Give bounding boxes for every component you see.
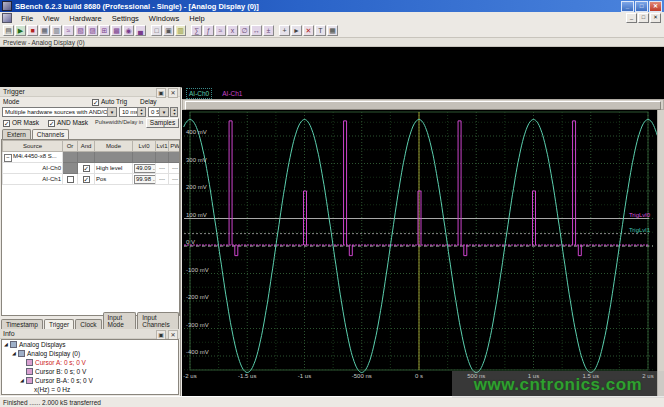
toolbar-button-zoom-window[interactable]: □ — [151, 25, 162, 36]
toolbar-button-pointer-tool[interactable]: ► — [291, 25, 302, 36]
collapse-icon[interactable]: − — [4, 154, 12, 162]
delay-select[interactable]: 0 S▼ — [148, 107, 169, 117]
toolbar-button-card-monitor[interactable]: ▥ — [51, 25, 62, 36]
toolbar-button-transfer-function[interactable]: ↔ — [251, 25, 262, 36]
and-cell[interactable]: ✓ — [78, 163, 95, 174]
table-row-ai-ch1[interactable]: AI-Ch1✓Pos99.98 ...------ — [3, 174, 181, 185]
or-mask-checkbox[interactable]: ✓OR Mask — [3, 119, 39, 127]
toolbar-button-export-tool[interactable]: ▥ — [175, 25, 186, 36]
tab-input-mode[interactable]: Input Mode — [103, 312, 137, 329]
chevron-down-icon[interactable]: ▼ — [107, 108, 116, 116]
table-row-device[interactable]: −M4i.4450-x8 S... — [3, 152, 181, 163]
column-header-or[interactable]: Or — [63, 141, 78, 152]
scrollbar-thumb[interactable] — [185, 101, 661, 110]
tree-item[interactable]: Cursor B: 0 s; 0 V — [2, 367, 178, 376]
toolbar-button-start-preview[interactable]: ▶ — [15, 25, 26, 36]
and-cell[interactable]: ✓ — [78, 174, 95, 185]
menu-item-view[interactable]: View — [38, 13, 64, 24]
toolbar-button-overview-window[interactable]: ▣ — [163, 25, 174, 36]
lvl0-cell[interactable]: 49.09 ... — [133, 163, 156, 174]
menu-item-settings[interactable]: Settings — [107, 13, 144, 24]
toolbar-button-text-annotation[interactable]: T — [315, 25, 326, 36]
chevron-down-icon[interactable]: ▼ — [159, 108, 168, 116]
cursor-icon — [26, 368, 33, 375]
source-cell: AI-Ch1 — [3, 174, 63, 185]
toolbar-button-new-file[interactable]: ▤ — [3, 25, 14, 36]
or-mask-check-icon[interactable]: ✓ — [3, 120, 10, 127]
toolbar-button-meter-display[interactable]: ◉ — [123, 25, 134, 36]
tree-item[interactable]: Cursor A: 0 s; 0 V — [2, 358, 178, 367]
menu-item-windows[interactable]: Windows — [144, 13, 184, 24]
channel-label-ai-ch0[interactable]: AI-Ch0 — [186, 88, 212, 99]
or-cell[interactable] — [63, 163, 78, 174]
menu-item-hardware[interactable]: Hardware — [64, 13, 107, 24]
toolbar-button-stop-acquisition[interactable]: ■ — [27, 25, 38, 36]
maximize-icon[interactable]: □ — [635, 1, 648, 12]
toolbar-button-digital-display[interactable]: ▧ — [75, 25, 86, 36]
lvl0-cell[interactable]: 99.98 ... — [133, 174, 156, 185]
toolbar-button-function-editor[interactable]: ƒ — [203, 25, 214, 36]
tree-item[interactable]: x(Hz) = 0 Hz — [2, 385, 178, 394]
trigger-time-input[interactable]: 10 ms ▲▼ — [119, 107, 146, 117]
column-header-mode[interactable]: Mode — [95, 141, 133, 152]
toolbar-button-run-display[interactable]: ▦ — [39, 25, 50, 36]
tab-clock[interactable]: Clock — [75, 319, 101, 329]
close-panel-icon[interactable]: ✕ — [168, 88, 178, 98]
menu-item-help[interactable]: Help — [184, 13, 209, 24]
table-row-ai-ch0[interactable]: AI-Ch0✓High level49.09 ...------ — [3, 163, 181, 174]
column-header-and[interactable]: And — [78, 141, 95, 152]
trigger-panel-title: Trigger — [3, 88, 25, 95]
time-spinner[interactable]: ▲▼ — [137, 108, 145, 116]
toolbar-button-delete-display[interactable]: ✕ — [303, 25, 314, 36]
toolbar-button-sum-function[interactable]: ∑ — [191, 25, 202, 36]
toolbar-button-combine-function[interactable]: ± — [263, 25, 274, 36]
svg-text:-500 ns: -500 ns — [352, 373, 372, 379]
and-mask-check-icon[interactable]: ✓ — [48, 120, 55, 127]
tab-timestamp[interactable]: Timestamp — [1, 319, 43, 329]
auto-trig-checkbox[interactable]: ✓Auto Trig — [92, 98, 127, 106]
toolbar-button-signal-function[interactable]: ≈ — [215, 25, 226, 36]
toolbar-button-analog-display[interactable]: ≈ — [63, 25, 74, 36]
dock-icon[interactable]: ▣ — [156, 88, 166, 98]
and-mask-checkbox[interactable]: ✓AND Mask — [48, 119, 88, 127]
tree-item[interactable]: ◢Analog Displays — [2, 340, 178, 349]
and-checkbox[interactable]: ✓ — [83, 165, 90, 172]
toolbar-button-spectrum-display[interactable]: ▨ — [87, 25, 98, 36]
or-cell[interactable] — [63, 174, 78, 185]
toolbar-button-grid-settings[interactable]: ▦ — [327, 25, 338, 36]
column-header-pw[interactable]: PW — [169, 141, 181, 152]
vertical-scrollbar[interactable] — [657, 110, 664, 396]
samples-button[interactable]: Samples — [146, 118, 179, 128]
preview-display-area[interactable] — [0, 47, 664, 88]
tab-input-channels[interactable]: Input Channels — [137, 312, 179, 329]
minimize-icon[interactable]: _ — [621, 1, 634, 12]
toolbar-button-xy-display[interactable]: ⊞ — [99, 25, 110, 36]
toolbar-button-crosshair-cursor[interactable]: + — [279, 25, 290, 36]
mode-cell[interactable]: Pos — [95, 174, 133, 185]
tree-item[interactable]: ◢Cursor B-A: 0 s; 0 V — [2, 376, 178, 385]
tab-extern[interactable]: Extern — [2, 129, 31, 139]
column-header-lvl0[interactable]: Lvl0 — [133, 141, 156, 152]
tree-item[interactable]: ◢Analog Display (0) — [2, 349, 178, 358]
toolbar-button-average-function[interactable]: x — [227, 25, 238, 36]
column-header-source[interactable]: Source — [3, 141, 63, 152]
toolbar-button-waterfall-display[interactable]: ▩ — [111, 25, 122, 36]
horizontal-scrollbar[interactable] — [182, 99, 664, 110]
or-checkbox[interactable] — [67, 176, 74, 183]
mdi-minimize-icon[interactable]: _ — [626, 13, 637, 23]
mode-cell[interactable]: High level — [95, 163, 133, 174]
auto-trig-check-icon[interactable]: ✓ — [92, 99, 99, 106]
column-header-lvl1[interactable]: Lvl1 — [156, 141, 169, 152]
trigger-mode-select[interactable]: Multiple hardware sources with AND/OR▼ — [2, 107, 117, 117]
toolbar-button-histogram-display[interactable]: ▄ — [135, 25, 146, 36]
toolbar-button-null-function[interactable]: ∅ — [239, 25, 250, 36]
menu-item-file[interactable]: File — [16, 13, 38, 24]
mdi-close-icon[interactable]: ✕ — [650, 13, 661, 23]
channel-label-ai-ch1[interactable]: AI-Ch1 — [220, 89, 244, 98]
delay-spinner[interactable]: ▲▼ — [170, 107, 178, 117]
and-checkbox[interactable]: ✓ — [83, 176, 90, 183]
waveform-plot[interactable]: TrigLvl0TrigLvl1400 mV300 mV200 mV100 mV… — [182, 110, 657, 396]
mdi-restore-icon[interactable]: □ — [638, 13, 649, 23]
close-icon[interactable]: ✕ — [649, 1, 662, 12]
delay-label: Delay — [140, 98, 157, 105]
